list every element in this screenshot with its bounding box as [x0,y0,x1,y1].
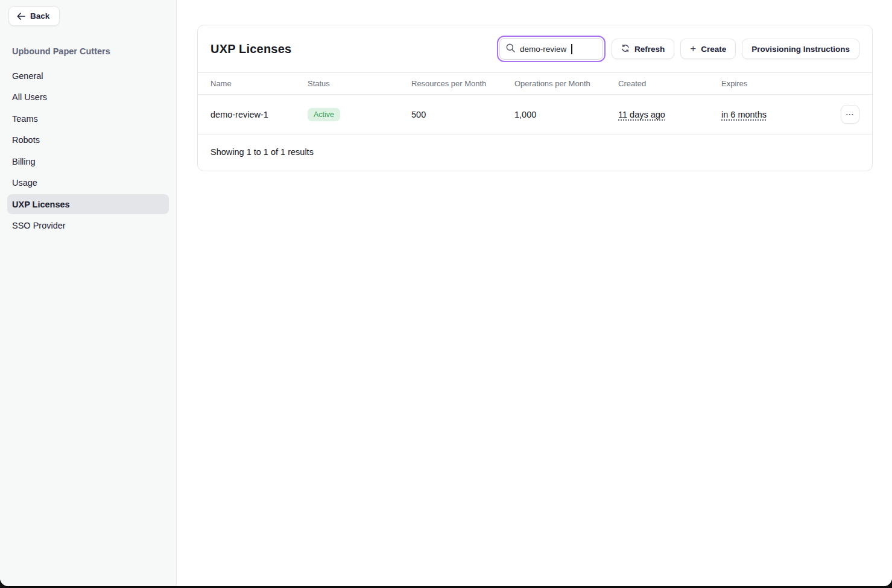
ellipsis-icon: ... [846,109,855,116]
column-header-expires: Expires [721,73,830,95]
plus-icon: + [690,43,696,54]
status-badge: Active [308,108,340,121]
row-actions-button[interactable]: ... [841,105,859,124]
provisioning-instructions-button[interactable]: Provisioning Instructions [742,39,859,59]
settings-sidebar: Back Upbound Paper Cutters General All U… [0,0,177,586]
sidebar-nav: Upbound Paper Cutters General All Users … [7,42,169,236]
page-title: UXP Licenses [210,42,291,56]
column-header-actions [830,73,872,95]
table-row: demo-review-1 Active 500 1,000 11 days a… [198,95,872,134]
main-content: UXP Licenses demo-review [177,0,892,586]
column-header-name: Name [198,73,308,95]
sidebar-item-usage[interactable]: Usage [7,173,169,193]
column-header-created: Created [618,73,721,95]
column-header-operations: Operations per Month [514,73,618,95]
back-button-label: Back [30,11,49,21]
sidebar-item-general[interactable]: General [7,66,169,86]
sidebar-item-billing[interactable]: Billing [7,151,169,171]
search-icon [506,43,515,55]
results-summary: Showing 1 to 1 of 1 results [198,134,872,171]
org-name-heading: Upbound Paper Cutters [7,42,169,61]
sidebar-item-teams[interactable]: Teams [7,109,169,128]
create-button[interactable]: + Create [680,39,736,59]
column-header-status: Status [308,73,411,95]
card-header: UXP Licenses demo-review [198,25,872,73]
sidebar-item-uxp-licenses[interactable]: UXP Licenses [7,194,169,214]
licenses-table: Name Status Resources per Month Operatio… [198,73,872,134]
arrow-left-icon [17,13,25,20]
refresh-button-label: Refresh [634,45,665,54]
sidebar-item-robots[interactable]: Robots [7,130,169,150]
table-header-row: Name Status Resources per Month Operatio… [198,73,872,95]
refresh-icon [621,44,630,54]
resources-per-month-value: 500 [411,95,514,134]
license-name: demo-review-1 [198,95,308,134]
expires-relative-date[interactable]: in 6 months [721,110,767,119]
column-header-resources: Resources per Month [411,73,514,95]
text-caret [571,44,572,54]
operations-per-month-value: 1,000 [514,95,618,134]
search-input[interactable]: demo-review [499,38,603,60]
search-input-value: demo-review [520,45,566,54]
created-relative-date[interactable]: 11 days ago [618,110,665,119]
provisioning-instructions-label: Provisioning Instructions [751,45,850,54]
sidebar-item-all-users[interactable]: All Users [7,87,169,107]
sidebar-item-sso-provider[interactable]: SSO Provider [7,216,169,236]
app-window: Back Upbound Paper Cutters General All U… [0,0,892,586]
refresh-button[interactable]: Refresh [612,39,674,59]
uxp-licenses-card: UXP Licenses demo-review [197,25,873,171]
back-button[interactable]: Back [8,6,60,26]
header-actions: demo-review Refresh [497,38,859,60]
create-button-label: Create [701,45,726,54]
